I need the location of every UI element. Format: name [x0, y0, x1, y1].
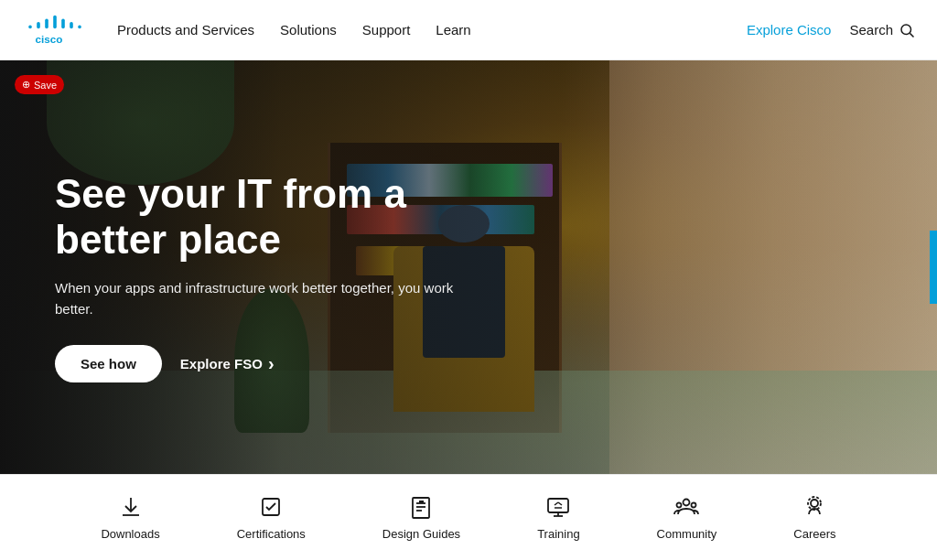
search-label: Search	[849, 22, 893, 38]
download-icon	[118, 494, 144, 520]
scroll-indicator[interactable]	[930, 231, 937, 304]
footer-careers[interactable]: Careers	[755, 494, 874, 541]
svg-rect-5	[28, 25, 32, 28]
community-label: Community	[657, 527, 717, 541]
footer-certifications[interactable]: Certifications	[199, 494, 344, 541]
svg-rect-6	[78, 25, 81, 28]
hero-content: See your IT from a better place When you…	[55, 171, 494, 382]
nav-products-services[interactable]: Products and Services	[117, 22, 254, 38]
training-label: Training	[537, 527, 579, 541]
footer-training[interactable]: Training	[499, 494, 618, 541]
save-badge[interactable]: Save	[15, 75, 64, 94]
svg-rect-1	[45, 18, 48, 28]
svg-rect-3	[61, 18, 65, 28]
logo[interactable]: cisco	[22, 13, 88, 48]
footer-design-guides[interactable]: Design Guides	[344, 494, 499, 541]
main-nav: Products and Services Solutions Support …	[117, 22, 747, 38]
svg-point-24	[684, 500, 690, 506]
nav-learn[interactable]: Learn	[436, 22, 470, 38]
footer-community[interactable]: Community	[619, 494, 756, 541]
svg-point-26	[692, 503, 696, 508]
svg-point-25	[677, 503, 682, 508]
svg-point-8	[901, 25, 911, 35]
svg-line-22	[558, 502, 562, 505]
see-how-button[interactable]: See how	[55, 345, 162, 382]
header-right: Explore Cisco Search	[747, 22, 915, 38]
cisco-logo-svg: cisco	[22, 13, 88, 48]
design-guides-label: Design Guides	[382, 527, 460, 541]
search-icon	[899, 22, 915, 38]
svg-point-28	[808, 497, 821, 510]
search-button[interactable]: Search	[849, 22, 915, 38]
training-icon	[545, 494, 571, 520]
svg-rect-4	[70, 22, 73, 28]
careers-label: Careers	[793, 527, 835, 541]
hero-buttons: See how Explore FSO	[55, 345, 494, 382]
svg-rect-18	[548, 499, 568, 512]
certifications-icon	[258, 494, 284, 520]
nav-support[interactable]: Support	[362, 22, 411, 38]
svg-rect-2	[37, 22, 40, 28]
explore-cisco-link[interactable]: Explore Cisco	[747, 22, 832, 38]
header: cisco Products and Services Solutions Su…	[0, 0, 937, 60]
footer-nav: Downloads Certifications Design Guides	[0, 474, 937, 560]
svg-rect-17	[419, 501, 424, 503]
svg-line-9	[910, 33, 913, 37]
svg-line-21	[555, 502, 558, 505]
certifications-label: Certifications	[237, 527, 306, 541]
careers-icon	[802, 494, 827, 520]
svg-rect-0	[53, 15, 57, 27]
design-guides-icon	[408, 494, 434, 520]
hero-subtitle: When your apps and infrastructure work b…	[55, 278, 494, 319]
community-icon	[673, 494, 699, 520]
footer-downloads[interactable]: Downloads	[62, 494, 198, 541]
explore-fso-button[interactable]: Explore FSO	[180, 353, 275, 374]
save-label: Save	[34, 80, 57, 91]
hero-section: Save See your IT from a better place Whe…	[0, 60, 937, 474]
svg-point-27	[811, 500, 818, 507]
downloads-label: Downloads	[101, 527, 159, 541]
nav-solutions[interactable]: Solutions	[280, 22, 337, 38]
hero-title: See your IT from a better place	[55, 171, 494, 264]
svg-text:cisco: cisco	[35, 33, 62, 45]
